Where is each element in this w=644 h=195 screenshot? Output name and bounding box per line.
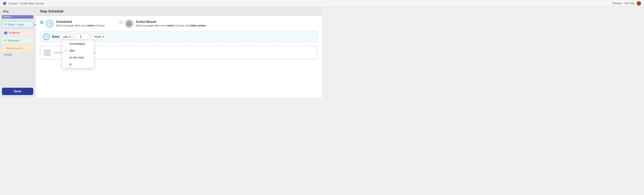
dropdown-item-after-label: after — [69, 49, 75, 52]
action-based-radio[interactable] — [120, 21, 123, 24]
page-title: Canvas · Create New Canvas — [8, 2, 322, 5]
content-area: Step DRAFT ⊙ Delay: 1 hour 👥 Audience ✈ … — [0, 0, 322, 98]
scheduled-label: Scheduled — [56, 20, 105, 24]
dropdown-item-after[interactable]: after — [62, 47, 94, 54]
delay-icon: ⊙ — [4, 23, 6, 26]
scheduled-option[interactable]: 🕐 Scheduled Send message after user ente… — [40, 20, 105, 28]
hours-unit-select[interactable]: hours ▾ — [92, 34, 106, 40]
send-clock-icon: 🕐 — [43, 33, 50, 40]
scheduled-text: Scheduled Send message after user enters… — [56, 20, 105, 27]
sidebar-item-audience[interactable]: 👥 Audience — [2, 29, 33, 36]
dropdown-item-immediately-label: immediately — [69, 42, 85, 46]
delay-number-input[interactable] — [75, 34, 90, 40]
scheduled-desc: Send message after user enters Canvas — [56, 24, 105, 27]
dropdown-item-on-the-next[interactable]: on the next — [62, 54, 94, 61]
sidebar-item-delay[interactable]: ⊙ Delay: 1 hour — [2, 21, 33, 28]
action-based-label: Action-Based — [136, 20, 206, 24]
sidebar-title: Step — [2, 9, 33, 13]
sidebar-item-messages-label: Messages — [8, 39, 20, 42]
default-label: Default — [2, 53, 33, 57]
send-timing-dropdown[interactable]: after ▾ — [61, 34, 73, 40]
svg-point-2 — [129, 23, 130, 24]
send-row: 🕐 Send after ▾ immediately after — [40, 31, 318, 42]
scheduled-radio-inner — [41, 22, 42, 23]
sidebar-item-messages[interactable]: ✈ Messages — [2, 37, 33, 44]
sidebar-item-delay-label: Delay: 1 hour — [8, 23, 24, 26]
sidebar-item-audience-label: Audience — [9, 31, 20, 34]
main-panel: Step Schedule 🕐 Scheduled Send message a… — [36, 7, 322, 98]
action-based-option[interactable]: Action-Based Send message after user ent… — [120, 20, 206, 28]
advancement-icon: ↓ — [4, 47, 6, 50]
sidebar: Step DRAFT ⊙ Delay: 1 hour 👥 Audience ✈ … — [0, 7, 36, 98]
hours-unit-label: hours — [94, 35, 101, 39]
messages-icon: ✈ — [4, 39, 6, 42]
dropdown-selected-value: after — [63, 35, 68, 38]
schedule-types: 🕐 Scheduled Send message after user ente… — [40, 20, 318, 28]
dropdown-item-in[interactable]: in — [62, 61, 94, 68]
clock-icon: 🕐 — [46, 20, 54, 28]
audience-icon: 👥 — [4, 31, 8, 34]
dropdown-item-immediately[interactable]: immediately — [62, 40, 94, 47]
dropdown-item-on-the-next-label: on the next — [69, 56, 84, 59]
svg-point-1 — [128, 22, 131, 25]
sidebar-item-advancement-label: Advancement — [6, 47, 23, 50]
send-label: Send — [52, 35, 59, 39]
panel-body: 🕐 Scheduled Send message after user ente… — [36, 16, 322, 98]
sidebar-item-advancement[interactable]: ↓ Advancement — [2, 45, 33, 52]
panel-header-title: Step Schedule — [40, 9, 318, 13]
action-based-desc: Send message after user enters Canvas an… — [136, 24, 206, 27]
action-based-text: Action-Based Send message after user ent… — [136, 20, 206, 27]
done-button[interactable]: Done — [2, 88, 33, 95]
scheduled-radio[interactable] — [40, 21, 43, 24]
dropdown-item-in-label: in — [69, 63, 72, 66]
draft-badge: DRAFT — [2, 15, 33, 19]
exception-icon — [44, 49, 51, 56]
panel-header: Step Schedule — [36, 7, 322, 16]
app-logo — [3, 2, 6, 5]
dropdown-arrow-icon: ▾ — [70, 35, 71, 39]
hours-select-arrow-icon: ▾ — [103, 36, 104, 38]
timing-dropdown-menu: immediately after on the next in — [62, 40, 94, 68]
target-icon — [125, 20, 133, 28]
top-bar: Canvas · Create New Canvas Previous Get … — [0, 0, 322, 7]
